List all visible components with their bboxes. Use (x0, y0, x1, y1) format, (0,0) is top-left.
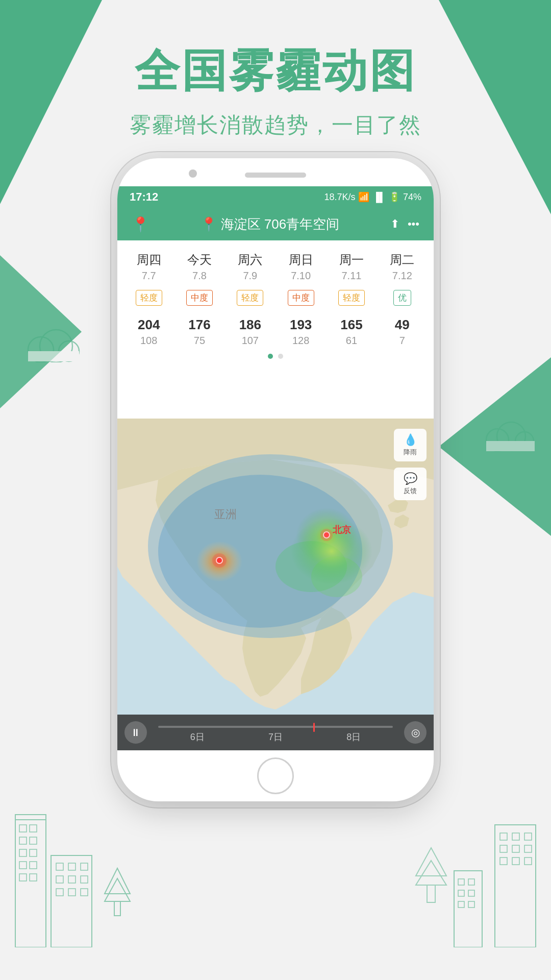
aqi-sub-1: 75 (194, 335, 205, 347)
rain-label: 降雨 (404, 448, 417, 457)
day-date-4: 7.11 (342, 270, 362, 282)
dot-1[interactable] (268, 354, 273, 359)
quality-cell-5: 优 (377, 290, 428, 306)
share-icon[interactable]: ⬆ (390, 217, 399, 231)
svg-rect-32 (114, 901, 120, 916)
status-time: 17:12 (130, 190, 158, 204)
forecast-day-names-row: 周四 7.7 今天 7.8 周六 7.9 周日 7.10 周一 7.11 (117, 249, 434, 285)
svg-rect-14 (19, 849, 27, 856)
dot-2[interactable] (278, 354, 283, 359)
location-icon[interactable]: 📍 (132, 216, 149, 233)
day-name-3: 周日 (289, 252, 313, 268)
carousel-dots (117, 354, 434, 359)
svg-rect-46 (458, 890, 464, 896)
forecast-cell-5: 周二 7.12 (377, 252, 428, 282)
day-date-5: 7.12 (392, 270, 412, 282)
feedback-button[interactable]: 💬 反馈 (394, 468, 427, 500)
svg-rect-34 (500, 833, 507, 840)
forecast-cell-4: 周一 7.11 (326, 252, 377, 282)
svg-rect-33 (495, 825, 536, 947)
svg-rect-36 (524, 833, 532, 840)
day-name-2: 周六 (238, 252, 262, 268)
nav-bar: 📍 📍 海淀区 706青年空间 ⬆ ••• (117, 208, 434, 240)
svg-rect-47 (468, 890, 474, 896)
decoration-tree-left (102, 866, 133, 919)
svg-rect-13 (30, 837, 37, 844)
aqi-sub-2: 107 (242, 335, 259, 347)
svg-point-66 (212, 553, 227, 568)
svg-marker-31 (105, 878, 130, 901)
map-svg: 亚洲 北京 (117, 419, 434, 750)
svg-rect-15 (30, 849, 37, 856)
phone-speaker (245, 173, 306, 178)
svg-rect-40 (500, 857, 507, 865)
svg-rect-17 (30, 862, 37, 869)
svg-rect-48 (458, 901, 464, 908)
svg-text:北京: 北京 (332, 524, 352, 535)
play-pause-button[interactable]: ⏸ (124, 721, 147, 744)
day-date-3: 7.10 (291, 270, 311, 282)
home-button[interactable] (257, 757, 294, 794)
svg-rect-24 (56, 876, 63, 883)
timeline-bar: ⏸ 6日 7日 8日 ◎ (117, 715, 434, 750)
day-name-0: 周四 (137, 252, 161, 268)
timeline-label-2: 7日 (268, 731, 283, 743)
svg-rect-49 (468, 901, 474, 908)
svg-point-63 (320, 529, 333, 541)
aqi-val-5: 49 (395, 317, 410, 333)
svg-rect-18 (19, 874, 27, 881)
svg-rect-23 (81, 863, 88, 870)
rain-button[interactable]: 💧 降雨 (394, 429, 427, 461)
network-speed: 18.7K/s (324, 192, 355, 203)
quality-badge-4: 轻度 (338, 290, 365, 306)
svg-rect-28 (68, 889, 76, 896)
more-icon[interactable]: ••• (408, 217, 419, 231)
aqi-val-4: 165 (340, 317, 362, 333)
forecast-section: 周四 7.7 今天 7.8 周六 7.9 周日 7.10 周一 7.11 (117, 240, 434, 371)
svg-rect-11 (30, 825, 37, 832)
forecast-cell-3: 周日 7.10 (276, 252, 326, 282)
svg-marker-50 (416, 848, 446, 876)
quality-cell-0: 轻度 (123, 290, 174, 306)
quality-badge-3: 中度 (288, 290, 314, 306)
aqi-cell-4: 165 61 (326, 317, 377, 347)
aqi-cell-0: 204 108 (123, 317, 174, 347)
svg-rect-38 (512, 845, 519, 852)
headline-sub: 雾霾增长消散趋势，一目了然 (0, 111, 551, 139)
aqi-val-0: 204 (138, 317, 160, 333)
aqi-val-1: 176 (188, 317, 210, 333)
forecast-quality-row: 轻度 中度 轻度 中度 轻度 优 (117, 287, 434, 309)
aqi-cell-3: 193 128 (276, 317, 326, 347)
decoration-cloud-left (20, 327, 82, 364)
timeline-label-1: 6日 (190, 731, 205, 743)
quality-badge-1: 中度 (186, 290, 213, 306)
nav-actions: ⬆ ••• (390, 217, 419, 231)
svg-rect-16 (19, 862, 27, 869)
svg-rect-37 (500, 845, 507, 852)
decoration-cloud-right (480, 419, 536, 454)
aqi-cell-1: 176 75 (174, 317, 224, 347)
svg-rect-42 (524, 857, 532, 865)
battery-pct: 74% (403, 192, 421, 203)
aqi-sub-4: 61 (346, 335, 357, 347)
aqi-sub-5: 7 (399, 335, 405, 347)
nav-title: 📍 海淀区 706青年空间 (201, 215, 340, 233)
svg-rect-29 (81, 889, 88, 896)
timeline-track-container[interactable]: 6日 7日 8日 (154, 722, 397, 743)
quality-cell-2: 轻度 (225, 290, 276, 306)
aqi-cell-2: 186 107 (225, 317, 276, 347)
quality-cell-4: 轻度 (326, 290, 377, 306)
forecast-cell-2: 周六 7.9 (225, 252, 276, 282)
svg-point-60 (291, 518, 372, 584)
decoration-buildings-left (10, 784, 102, 949)
svg-rect-26 (81, 876, 88, 883)
compass-button[interactable]: ◎ (404, 721, 427, 744)
svg-text:亚洲: 亚洲 (214, 508, 237, 521)
svg-rect-44 (458, 879, 464, 885)
svg-rect-25 (68, 876, 76, 883)
day-name-5: 周二 (390, 252, 414, 268)
svg-rect-20 (51, 855, 92, 947)
map-section: 亚洲 北京 💧 降雨 💬 反馈 (117, 419, 434, 750)
aqi-val-3: 193 (290, 317, 312, 333)
rain-icon: 💧 (404, 433, 417, 447)
